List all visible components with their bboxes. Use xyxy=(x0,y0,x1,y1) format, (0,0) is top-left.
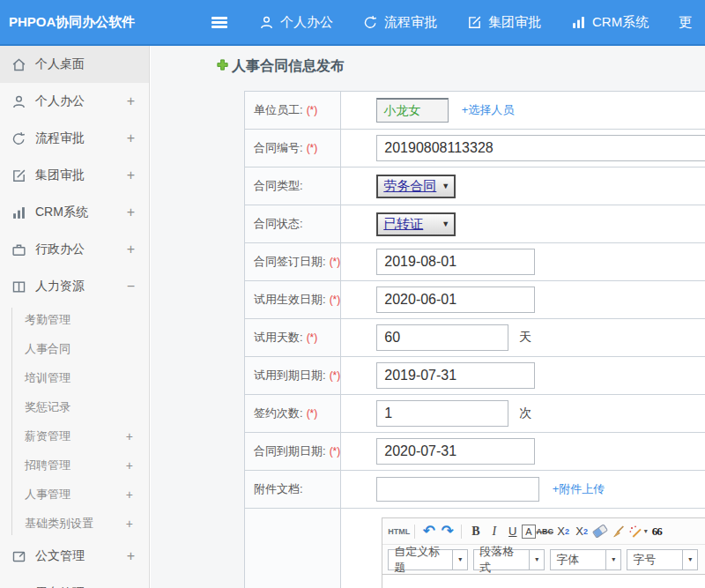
sidebar-subitem-personnel[interactable]: 人事管理 + xyxy=(0,480,149,509)
sign-date-input[interactable] xyxy=(376,249,535,275)
html-source-button[interactable]: HTML xyxy=(388,522,410,541)
employee-value-box: 小龙女 xyxy=(376,98,449,123)
sidebar-item-official-doc[interactable]: 公文管理 + xyxy=(0,538,149,575)
underline-button[interactable]: U xyxy=(503,522,522,541)
contract-end-input[interactable] xyxy=(376,438,535,465)
eraser-icon[interactable] xyxy=(591,522,610,541)
expand-plus[interactable]: + xyxy=(126,517,133,531)
user-icon xyxy=(259,15,274,30)
field-label: 试用天数: xyxy=(254,331,303,344)
form-row-trial-days: 试用天数:(*) 天 xyxy=(245,319,705,357)
contract-form: 单位员工:(*) 小龙女 +选择人员 合同编号:(*) 合同类型: 劳务合同 ▼ xyxy=(244,91,705,588)
nav-item-process-approval[interactable]: 流程审批 xyxy=(363,14,437,31)
font-color-button[interactable]: A xyxy=(522,525,535,539)
field-label: 试用到期日期: xyxy=(254,368,326,382)
form-row-contract-status: 合同状态: 已转证 ▼ xyxy=(245,205,705,243)
sidebar-item-process-approval[interactable]: 流程审批 + xyxy=(0,120,149,157)
trial-end-input[interactable] xyxy=(376,362,535,389)
sidebar-item-admin-office[interactable]: 行政办公 + xyxy=(0,231,149,268)
subscript-button[interactable]: X2 xyxy=(573,522,591,541)
contract-status-select[interactable]: 已转证 ▼ xyxy=(376,212,456,236)
expand-plus[interactable]: + xyxy=(127,167,135,183)
document-icon xyxy=(11,548,26,564)
richtext-content-area[interactable] xyxy=(382,575,705,588)
nav-item-more[interactable]: 更 xyxy=(679,14,692,31)
font-family-dropdown[interactable]: 字体 ▾ xyxy=(550,549,621,570)
expand-plus[interactable]: + xyxy=(126,488,133,502)
field-label: 合同状态: xyxy=(254,217,303,230)
blockquote-button[interactable]: 66 xyxy=(648,522,666,541)
app-title: PHPOA协同办公软件 xyxy=(0,14,212,31)
sidebar-item-hr[interactable]: 人力资源 − xyxy=(0,268,149,305)
custom-title-dropdown[interactable]: 自定义标题 ▾ xyxy=(388,549,468,570)
nav-item-crm[interactable]: CRM系统 xyxy=(571,14,649,31)
field-label: 合同编号: xyxy=(254,141,303,154)
home-icon xyxy=(11,56,26,72)
sidebar-subitem-training[interactable]: 培训管理 xyxy=(0,363,149,392)
chevron-down-icon: ▾ xyxy=(605,550,620,569)
chart-icon xyxy=(571,15,586,30)
form-row-trial-start: 试用生效日期:(*) xyxy=(245,281,705,319)
richtext-toolbar: HTML ↶ ↷ B I U A ABC X2 X2 xyxy=(382,517,705,575)
sign-count-input[interactable] xyxy=(376,400,508,427)
font-size-dropdown[interactable]: 字号 ▾ xyxy=(627,549,698,570)
attachment-upload-link[interactable]: +附件上传 xyxy=(553,482,605,495)
flow-icon xyxy=(11,130,26,146)
expand-plus[interactable]: + xyxy=(126,429,133,443)
form-row-employee: 单位员工:(*) 小龙女 +选择人员 xyxy=(245,92,705,130)
unit-suffix: 天 xyxy=(519,330,531,344)
sidebar-subitem-rewards[interactable]: 奖惩记录 xyxy=(0,392,149,421)
sidebar-subitem-salary[interactable]: 薪资管理 + xyxy=(0,421,149,450)
magic-format-icon[interactable]: ▾ xyxy=(628,522,648,541)
sidebar-subitem-hr-contract[interactable]: 人事合同 xyxy=(0,334,149,363)
sidebar-item-vehicle[interactable]: 用车管理 + xyxy=(0,575,149,588)
redo-icon[interactable]: ↷ xyxy=(438,522,456,541)
sidebar-item-group-approval[interactable]: 集团审批 + xyxy=(0,157,149,194)
toolbar-row-1: HTML ↶ ↷ B I U A ABC X2 X2 xyxy=(382,518,705,545)
chevron-down-icon: ▼ xyxy=(442,182,449,190)
expand-plus[interactable]: + xyxy=(127,242,135,257)
italic-button[interactable]: I xyxy=(485,522,503,541)
expand-plus[interactable]: + xyxy=(127,130,135,146)
expand-minus[interactable]: − xyxy=(127,279,135,294)
form-row-contract-no: 合同编号:(*) xyxy=(245,130,705,167)
field-label: 合同到期日期: xyxy=(254,444,326,458)
edit-icon xyxy=(11,167,26,183)
form-row-sign-count: 签约次数:(*) 次 xyxy=(245,395,705,433)
green-plus-icon xyxy=(216,58,229,75)
undo-icon[interactable]: ↶ xyxy=(419,522,438,541)
expand-plus[interactable]: + xyxy=(126,458,133,473)
required-mark: (*) xyxy=(307,331,318,344)
format-brush-icon[interactable] xyxy=(610,522,628,541)
expand-plus[interactable]: + xyxy=(127,205,135,220)
sidebar-subitem-attendance[interactable]: 考勤管理 xyxy=(0,305,149,334)
sidebar-item-crm[interactable]: CRM系统 + xyxy=(0,194,149,231)
sidebar-item-personal-office[interactable]: 个人办公 + xyxy=(0,83,149,120)
sidebar-subitem-base-category[interactable]: 基础类别设置 + xyxy=(0,509,149,538)
top-header: PHPOA协同办公软件 个人办公 流程审批 集团审批 CRM系统 xyxy=(0,0,705,46)
sidebar-subitem-recruit[interactable]: 招聘管理 + xyxy=(0,450,149,480)
hr-submenu: 考勤管理 人事合同 培训管理 奖惩记录 薪资管理 + 招聘管理 + 人事管理 +… xyxy=(0,305,149,538)
required-mark: (*) xyxy=(307,104,318,116)
bold-button[interactable]: B xyxy=(466,522,485,541)
nav-item-group-approval[interactable]: 集团审批 xyxy=(467,14,541,31)
sidebar-item-personal-desktop[interactable]: 个人桌面 xyxy=(0,46,149,83)
nav-item-personal-office[interactable]: 个人办公 xyxy=(259,14,333,31)
contract-no-input[interactable] xyxy=(376,135,705,161)
unit-suffix: 次 xyxy=(519,406,531,420)
chevron-down-icon: ▼ xyxy=(442,220,449,228)
expand-plus[interactable]: + xyxy=(127,548,135,564)
attachment-input[interactable] xyxy=(376,477,539,502)
contract-type-select[interactable]: 劳务合同 ▼ xyxy=(376,175,456,198)
trial-start-input[interactable] xyxy=(376,287,535,313)
trial-days-input[interactable] xyxy=(376,324,508,351)
required-mark: (*) xyxy=(330,445,341,458)
paragraph-format-dropdown[interactable]: 段落格式 ▾ xyxy=(473,549,545,570)
select-person-link[interactable]: +选择人员 xyxy=(462,103,515,116)
expand-plus[interactable]: + xyxy=(127,93,135,109)
superscript-button[interactable]: X2 xyxy=(554,522,573,541)
hamburger-menu-icon[interactable] xyxy=(212,17,227,28)
main-content: 人事合同信息发布 单位员工:(*) 小龙女 +选择人员 合同编号:(*) 合同类… xyxy=(151,46,705,588)
field-label: 附件文档: xyxy=(254,482,303,495)
strikethrough-button[interactable]: ABC xyxy=(536,522,554,541)
